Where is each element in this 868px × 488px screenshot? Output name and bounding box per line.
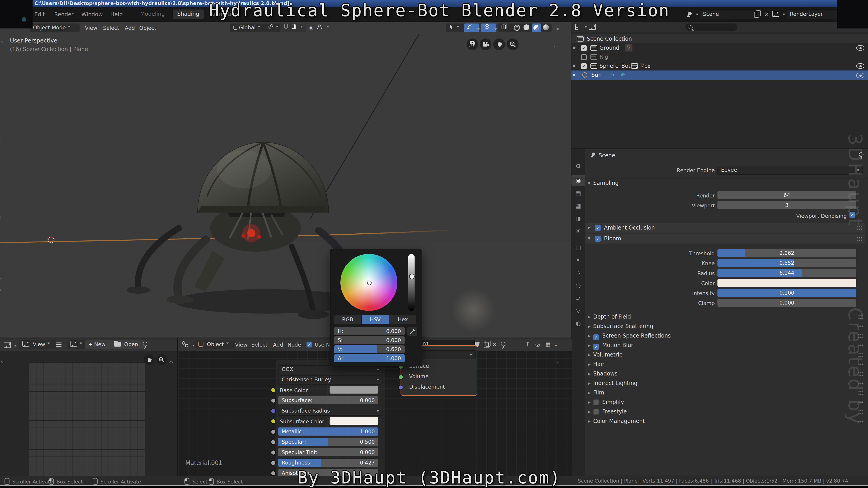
- roughness-slider[interactable]: Roughness:0.427: [278, 459, 378, 467]
- ground-checkbox[interactable]: ✓: [581, 45, 587, 51]
- snap-group[interactable]: [280, 24, 307, 32]
- tab-data-icon[interactable]: ▽: [571, 307, 585, 314]
- subsurface-slider[interactable]: Subsurface:0.000: [278, 396, 378, 404]
- node-snap-icon[interactable]: ◎: [535, 341, 540, 348]
- outliner-row-sun[interactable]: ▶ Sun ↪ ☀: [571, 70, 868, 80]
- outliner-row-scene-collection[interactable]: Scene Collection: [571, 34, 868, 43]
- drag-dots[interactable]: [857, 237, 863, 241]
- bloom-knee-slider[interactable]: 0.552: [717, 259, 856, 267]
- expand-icon[interactable]: ▶: [573, 73, 576, 77]
- node-pin-icon[interactable]: [501, 341, 505, 346]
- section-film[interactable]: ▶Film: [588, 390, 604, 396]
- shader-type-dropdown[interactable]: Object: [195, 340, 235, 349]
- section-indirect-lighting[interactable]: ▶Indirect Lighting: [588, 380, 638, 386]
- distribution-dropdown[interactable]: GGX: [278, 365, 382, 374]
- node-options-chevron[interactable]: [555, 345, 557, 348]
- saturation-field[interactable]: S:0.000: [334, 336, 405, 344]
- outliner-display-mode-icon[interactable]: [589, 24, 596, 30]
- tab-output-icon[interactable]: ▤: [571, 190, 585, 197]
- image-zoom-button[interactable]: [156, 354, 167, 365]
- shading-wireframe-icon[interactable]: [514, 24, 520, 31]
- node-editor-type-icon[interactable]: [182, 341, 188, 348]
- socket-volume[interactable]: [398, 375, 403, 380]
- outliner-editor-chevron[interactable]: [585, 26, 587, 29]
- search-input[interactable]: [685, 24, 737, 31]
- sidebar-collapse-arrow[interactable]: ‹: [554, 43, 556, 49]
- alpha-field[interactable]: A:1.000: [334, 354, 405, 362]
- tab-world-icon[interactable]: ☀: [571, 228, 585, 234]
- sss-method-dropdown[interactable]: Christensen-Burley: [278, 376, 382, 385]
- viewport-menu-view[interactable]: View: [85, 25, 97, 31]
- section-screen-space-reflections[interactable]: ▶✓Screen Space Reflections: [588, 332, 671, 340]
- bloom-checkbox[interactable]: ✓: [595, 236, 601, 242]
- shading-solid-icon[interactable]: [524, 24, 529, 30]
- bloom-radius-slider[interactable]: 6.144: [717, 269, 856, 277]
- ssr-checkbox[interactable]: ✓: [593, 334, 599, 340]
- outliner-row-sphere-bot[interactable]: ▶ ✓ Sphere_Bot 2 ▽ 50: [571, 61, 868, 70]
- subsurface-radius-dropdown[interactable]: Subsurface Radius: [278, 407, 382, 416]
- specular-tint-slider[interactable]: Specular Tint:0.000: [278, 448, 378, 456]
- render-layer-chevron[interactable]: [782, 13, 785, 17]
- render-samples-field[interactable]: 64: [717, 191, 856, 199]
- editor-type-chevron[interactable]: [192, 345, 195, 348]
- value-field[interactable]: V:0.620: [334, 345, 405, 353]
- principled-bsdf-node[interactable]: GGX Christensen-Burley Base Color Subsur…: [275, 360, 385, 477]
- rig-checkbox[interactable]: [581, 54, 587, 60]
- expand-icon[interactable]: ▶: [573, 46, 576, 50]
- ambient-occlusion-header[interactable]: ▶ ✓ Ambient Occlusion: [585, 223, 865, 233]
- image-resize-arrows[interactable]: ‹›: [169, 359, 173, 365]
- menu-bars-icon[interactable]: [56, 343, 61, 344]
- motion-blur-checkbox[interactable]: ✓: [593, 344, 599, 350]
- tab-constraints-icon[interactable]: ⊃: [571, 295, 585, 301]
- toolbar-expand-arrow[interactable]: ›: [1, 39, 3, 45]
- tab-physics-icon[interactable]: ◌: [571, 282, 585, 289]
- image-view-menu[interactable]: View: [19, 340, 57, 349]
- pan-view-button[interactable]: [493, 38, 505, 50]
- base-color-swatch[interactable]: [330, 386, 378, 394]
- socket-base-color[interactable]: [271, 388, 276, 393]
- node-options-icon[interactable]: ▦: [545, 341, 550, 348]
- tab-object-icon[interactable]: ▢: [571, 244, 585, 251]
- socket-roughness[interactable]: [271, 460, 276, 465]
- color-wheel-cursor[interactable]: [367, 281, 372, 285]
- scene-name-field[interactable]: Scene: [700, 9, 754, 20]
- shading-material-active[interactable]: [532, 24, 541, 32]
- section-volumetric[interactable]: ▶Volumetric: [588, 352, 622, 358]
- workspace-tab-shading[interactable]: Shading: [173, 9, 204, 19]
- menu-window[interactable]: Window: [81, 11, 103, 18]
- tab-hsv[interactable]: HSV: [362, 315, 389, 324]
- render-layer-field[interactable]: RenderLayer: [786, 9, 838, 20]
- specular-slider[interactable]: Specular:0.500: [278, 438, 378, 446]
- socket-metallic[interactable]: [271, 429, 276, 434]
- mode-dropdown[interactable]: Object Mode: [30, 24, 80, 32]
- sss-color-swatch[interactable]: [330, 417, 378, 425]
- image-browse-dropdown[interactable]: [67, 340, 88, 349]
- socket-specular-tint[interactable]: [271, 450, 276, 455]
- socket-subsurface[interactable]: [271, 398, 276, 403]
- image-pan-button[interactable]: [144, 354, 155, 365]
- menu-help[interactable]: Help: [110, 11, 123, 18]
- image-editor-type-icon[interactable]: [4, 342, 11, 348]
- tab-tool-icon[interactable]: ⚙: [571, 163, 585, 169]
- proportional-group[interactable]: ◎: [306, 24, 333, 32]
- tab-rgb[interactable]: RGB: [334, 315, 361, 324]
- hide-eye-icon[interactable]: [856, 73, 864, 78]
- tab-viewlayer-icon[interactable]: ▦: [571, 202, 585, 209]
- color-wheel[interactable]: [340, 254, 397, 311]
- tab-hex[interactable]: Hex: [389, 315, 416, 324]
- overlays-chevron[interactable]: [494, 29, 497, 32]
- socket-subsurface-radius[interactable]: [271, 409, 276, 414]
- tab-scene-icon[interactable]: ◑: [571, 215, 585, 222]
- expand-icon[interactable]: ▶: [573, 64, 576, 68]
- render-preview-button[interactable]: [467, 38, 478, 50]
- bloom-color-swatch[interactable]: [717, 279, 856, 287]
- use-nodes-checkbox[interactable]: ✓: [307, 341, 312, 348]
- camera-view-button[interactable]: [480, 38, 491, 50]
- tab-modifiers-icon[interactable]: ✦: [571, 257, 585, 263]
- render-engine-dropdown[interactable]: Eevee: [717, 166, 863, 175]
- bloom-header[interactable]: ▼ ✓ Bloom: [585, 234, 865, 243]
- viewport-samples-field[interactable]: 3: [717, 201, 856, 209]
- hide-eye-icon[interactable]: [856, 63, 864, 69]
- section-hair[interactable]: ▶Hair: [588, 361, 604, 367]
- viewport-menu-object[interactable]: Object: [139, 25, 156, 31]
